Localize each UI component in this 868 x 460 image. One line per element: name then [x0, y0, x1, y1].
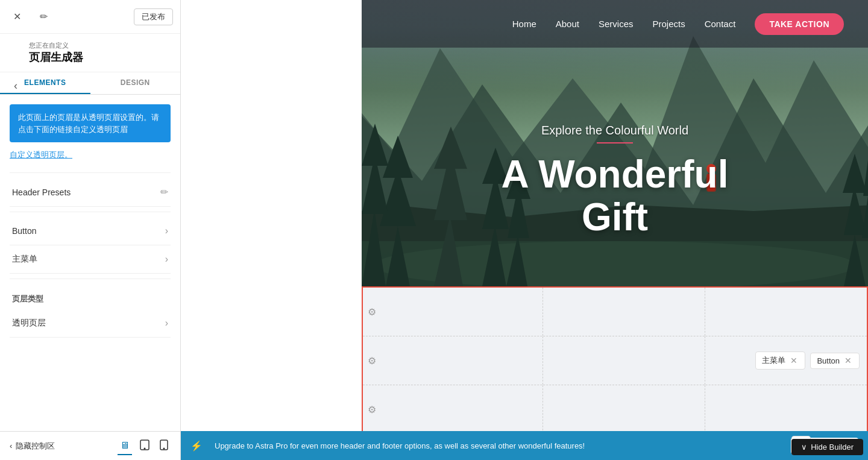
main-menu-item[interactable]: 主菜单 › [10, 245, 171, 274]
panel-title: 页眉生成器 [29, 50, 171, 65]
tablet-view-button[interactable] [137, 437, 153, 455]
info-box: 此页面上的页眉是从透明页眉设置的。请点击下面的链接自定义透明页眉 [10, 104, 171, 142]
button-chevron-icon: › [165, 225, 168, 236]
panel-content: 此页面上的页眉是从透明页眉设置的。请点击下面的链接自定义透明页眉 自定义透明页层… [0, 95, 180, 460]
hero-divider [597, 142, 633, 143]
button-label: Button [12, 226, 36, 236]
builder-row-3: ⚙ [363, 385, 867, 433]
row-1-gear-icon[interactable]: ⚙ [368, 306, 376, 318]
desktop-view-button[interactable]: 🖥 [118, 437, 132, 455]
transparent-layer-label: 透明页层 [12, 318, 46, 329]
published-badge[interactable]: 已发布 [134, 8, 173, 25]
section-divider-1 [10, 172, 171, 173]
svg-point-1 [144, 448, 145, 449]
svg-marker-13 [362, 124, 388, 286]
hide-controls-button[interactable]: ‹ 隐藏控制区 [10, 441, 55, 452]
builder-row-1: ⚙ [363, 288, 867, 336]
svg-marker-14 [434, 127, 467, 286]
close-icon: ✕ [13, 11, 21, 22]
customizing-label: 您正在自定义 [29, 41, 171, 50]
tablet-icon [139, 442, 150, 452]
builder-cell-1-1[interactable] [381, 288, 543, 336]
astra-icon: ⚡ [190, 440, 203, 452]
bottom-bar-text: Upgrade to Astra Pro for even more heade… [215, 441, 784, 450]
bottom-bar: ⚡ Upgrade to Astra Pro for even more hea… [181, 431, 868, 460]
mobile-view-button[interactable] [157, 437, 171, 455]
builder-cell-2-3[interactable]: 主菜单 ✕ Button ✕ [705, 336, 867, 385]
layer-type-section-title: 页层类型 [10, 284, 171, 309]
hide-builder-button[interactable]: ∨ Hide Builder [791, 439, 863, 455]
hide-builder-label: Hide Builder [811, 443, 854, 452]
mobile-icon [160, 442, 168, 452]
builder-cell-3-2[interactable] [543, 385, 705, 433]
row-2-gear-icon[interactable]: ⚙ [368, 355, 376, 367]
edit-button[interactable]: ✏ [34, 7, 53, 27]
bottom-left-controls: ‹ 隐藏控制区 🖥 [0, 431, 181, 460]
device-icons: 🖥 [118, 437, 171, 455]
close-button[interactable]: ✕ [7, 7, 27, 27]
section-divider-3 [10, 279, 171, 279]
button-remove-button[interactable]: ✕ [843, 356, 853, 365]
transparent-layer-item[interactable]: 透明页层 › [10, 309, 171, 338]
edit-icon: ✏ [40, 11, 48, 22]
builder-cell-1-2[interactable] [543, 288, 705, 336]
back-icon: ‹ [14, 80, 17, 92]
tab-design[interactable]: DESIGN [90, 72, 181, 94]
transparent-layer-chevron-icon: › [165, 318, 168, 329]
nav-contact[interactable]: Contact [705, 19, 736, 29]
main-menu-chip[interactable]: 主菜单 ✕ [755, 351, 805, 370]
transparent-header-link[interactable]: 自定义透明页层。 [10, 150, 171, 160]
back-button[interactable]: ‹ [7, 77, 24, 94]
main-area: Home About Services Projects Contact TAK… [362, 0, 868, 460]
main-menu-remove-button[interactable]: ✕ [789, 356, 799, 365]
builder-row-2: ⚙ 主菜单 ✕ Button ✕ [363, 336, 867, 385]
builder-cell-1-3[interactable] [705, 288, 867, 336]
button-chip-label: Button [817, 356, 840, 365]
header-presets-item[interactable]: Header Presets ✏ [10, 178, 171, 207]
main-menu-chevron-icon: › [165, 254, 168, 265]
nav-about[interactable]: About [556, 19, 579, 29]
builder-cell-3-1[interactable] [381, 385, 543, 433]
builder-cell-2-1[interactable] [381, 336, 543, 385]
hero-content: Explore the Colourful World A Wonderful … [488, 124, 741, 238]
button-chip[interactable]: Button ✕ [810, 353, 860, 369]
builder-cell-2-2[interactable] [543, 336, 705, 385]
nav-home[interactable]: Home [512, 19, 536, 29]
main-menu-label: 主菜单 [12, 254, 37, 265]
desktop-icon: 🖥 [120, 440, 130, 450]
svg-point-3 [163, 448, 165, 449]
nav-services[interactable]: Services [599, 19, 634, 29]
header-presets-label: Header Presets [12, 187, 71, 197]
section-divider-2 [10, 212, 171, 212]
panel-header: 您正在自定义 页眉生成器 [0, 34, 180, 72]
nav-projects[interactable]: Projects [653, 19, 685, 29]
svg-marker-17 [843, 154, 867, 286]
hero-subtitle: Explore the Colourful World [488, 124, 741, 137]
preview-header: Home About Services Projects Contact TAK… [362, 0, 868, 48]
hero-title: A Wonderful Gift [488, 153, 741, 238]
row-3-gear-icon[interactable]: ⚙ [368, 404, 376, 415]
main-menu-chip-label: 主菜单 [762, 355, 785, 366]
chevron-down-icon: ∨ [801, 443, 807, 452]
arrow-left-icon: ‹ [10, 441, 12, 450]
panel-toolbar: ✕ ✏ 已发布 [0, 0, 180, 34]
hide-controls-label: 隐藏控制区 [16, 441, 55, 452]
panel-tabs: ELEMENTS DESIGN [0, 72, 180, 95]
builder-cell-3-3[interactable] [705, 385, 867, 433]
header-presets-edit-icon: ✏ [160, 186, 168, 198]
nav-cta-button[interactable]: TAKE ACTION [755, 13, 844, 35]
button-item[interactable]: Button › [10, 217, 171, 245]
left-panel: ✕ ✏ 已发布 ‹ 您正在自定义 页眉生成器 ELEMENTS DESIGN 此… [0, 0, 181, 460]
